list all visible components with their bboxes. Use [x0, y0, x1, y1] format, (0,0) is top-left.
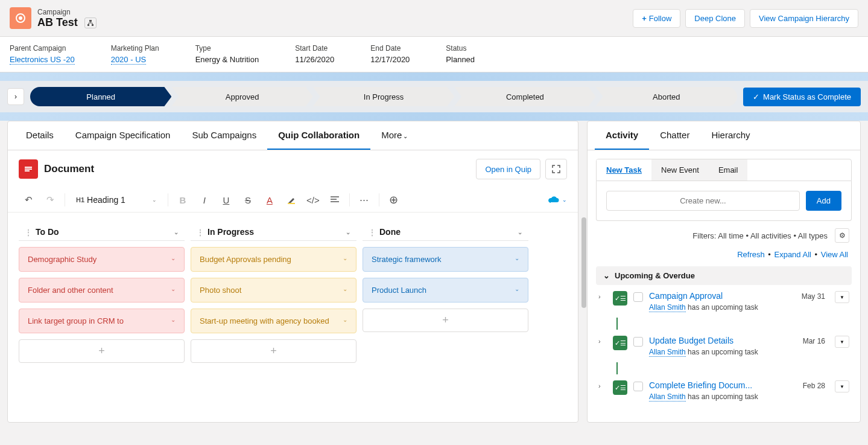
add-card-button[interactable]: + — [19, 339, 185, 363]
strikethrough-button[interactable]: S — [238, 191, 258, 208]
add-button[interactable]: Add — [806, 191, 841, 211]
card-todo[interactable]: Link target group in CRM to⌄ — [19, 309, 185, 333]
col-done-title: Done — [379, 227, 401, 237]
expand-all-link[interactable]: Expand All — [774, 250, 811, 259]
task-link[interactable]: Campaign Approval — [649, 291, 723, 301]
insert-button[interactable]: ⊕ — [384, 191, 404, 208]
card-done[interactable]: Product Launch⌄ — [363, 278, 528, 303]
chevron-down-icon[interactable]: ⌄ — [343, 255, 347, 261]
chevron-down-icon[interactable]: ⌄ — [346, 229, 350, 235]
task-expand[interactable]: › — [598, 380, 607, 389]
chevron-down-icon[interactable]: ⌄ — [171, 255, 176, 261]
parent-campaign-link[interactable]: Electronics US -20 — [10, 55, 75, 65]
task-owner-link[interactable]: Allan Smith — [649, 392, 686, 402]
italic-button[interactable]: I — [195, 191, 214, 208]
add-card-button[interactable]: + — [191, 339, 356, 363]
tab-details[interactable]: Details — [15, 121, 65, 150]
bold-button[interactable]: B — [173, 191, 192, 208]
card-todo[interactable]: Folder and other content⌄ — [19, 278, 185, 303]
refresh-link[interactable]: Refresh — [737, 250, 765, 259]
task-menu-button[interactable]: ▼ — [835, 380, 849, 392]
view-all-link[interactable]: View All — [821, 250, 848, 259]
parent-campaign-label: Parent Campaign — [10, 44, 75, 53]
align-button[interactable] — [325, 191, 344, 208]
card-in-progress[interactable]: Budget Approvals pending⌄ — [191, 247, 356, 272]
undo-button[interactable]: ↶ — [19, 191, 38, 208]
side-tab-chatter[interactable]: Chatter — [649, 121, 700, 150]
marketing-plan-link[interactable]: 2020 - US — [111, 55, 147, 65]
tab-more[interactable]: More⌄ — [370, 121, 419, 150]
task-link[interactable]: Update Budget Details — [649, 336, 733, 345]
path-stage-approved[interactable]: Approved — [171, 87, 312, 106]
activity-tab-new-task[interactable]: New Task — [597, 159, 651, 181]
svg-rect-7 — [25, 170, 30, 171]
task-link[interactable]: Complete Briefing Docum... — [649, 380, 752, 390]
salesforce-cloud-menu[interactable]: ⌄ — [548, 196, 567, 204]
document-icon — [19, 159, 38, 179]
mark-complete-button[interactable]: ✓Mark Status as Complete — [743, 88, 861, 106]
view-hierarchy-button[interactable]: View Campaign Hierarchy — [750, 9, 858, 28]
heading-select[interactable]: H1 Heading 1 ⌄ — [70, 191, 163, 208]
path-stage-in-progress[interactable]: In Progress — [313, 87, 454, 106]
tab-sub-campaigns[interactable]: Sub Campaigns — [181, 121, 267, 150]
task-expand[interactable]: › — [598, 336, 607, 345]
more-formatting-button[interactable]: ⋯ — [355, 191, 374, 208]
chevron-down-icon[interactable]: ⌄ — [518, 229, 522, 235]
add-card-button[interactable]: + — [363, 309, 528, 332]
task-owner-link[interactable]: Allan Smith — [649, 348, 686, 357]
section-upcoming[interactable]: ⌄ Upcoming & Overdue — [596, 266, 852, 285]
gear-icon[interactable]: ⚙ — [835, 228, 849, 243]
chevron-down-icon[interactable]: ⌄ — [343, 286, 347, 292]
activity-tab-email[interactable]: Email — [709, 159, 748, 181]
svg-rect-6 — [25, 168, 32, 170]
end-date-label: End Date — [370, 44, 410, 53]
redo-button[interactable]: ↷ — [40, 191, 60, 208]
card-done[interactable]: Strategic framework⌄ — [363, 247, 528, 272]
task-checkbox[interactable] — [633, 337, 643, 347]
card-todo[interactable]: Demographic Study⌄ — [19, 247, 185, 272]
hierarchy-icon[interactable] — [84, 18, 97, 28]
side-tab-hierarchy[interactable]: Hierarchy — [700, 121, 761, 150]
task-menu-button[interactable]: ▼ — [835, 291, 849, 303]
path-stage-completed[interactable]: Completed — [454, 87, 595, 106]
col-inprogress-title: In Progress — [207, 227, 254, 237]
task-menu-button[interactable]: ▼ — [835, 336, 849, 348]
chevron-down-icon[interactable]: ⌄ — [343, 316, 347, 323]
chevron-down-icon[interactable]: ⌄ — [171, 286, 176, 292]
chevron-down-icon[interactable]: ⌄ — [174, 229, 179, 235]
tab-campaign-spec[interactable]: Campaign Specification — [65, 121, 182, 150]
status-value: Planned — [446, 55, 475, 64]
path-stage-aborted[interactable]: Aborted — [596, 87, 737, 106]
path-expand-button[interactable]: › — [7, 88, 24, 105]
card-in-progress[interactable]: Start-up meeting with agency booked⌄ — [191, 309, 356, 333]
open-in-quip-button[interactable]: Open in Quip — [476, 159, 540, 179]
task-expand[interactable]: › — [598, 291, 607, 300]
text-color-button[interactable]: A — [260, 191, 279, 208]
chevron-down-icon: ⌄ — [403, 133, 408, 139]
follow-button[interactable]: +Follow — [633, 9, 680, 28]
highlight-button[interactable] — [282, 191, 301, 208]
activity-tab-new-event[interactable]: New Event — [651, 159, 709, 181]
code-button[interactable]: </> — [303, 191, 323, 208]
col-todo-title: To Do — [36, 227, 59, 237]
chevron-down-icon[interactable]: ⌄ — [515, 286, 519, 292]
create-new-input[interactable] — [606, 191, 800, 211]
svg-rect-2 — [89, 20, 92, 22]
campaign-icon — [10, 7, 31, 29]
task-owner-link[interactable]: Allan Smith — [649, 303, 686, 312]
chevron-down-icon[interactable]: ⌄ — [515, 255, 519, 261]
path-stage-planned[interactable]: Planned — [30, 87, 171, 106]
start-date-value: 11/26/2020 — [295, 55, 334, 64]
task-checkbox[interactable] — [633, 292, 643, 302]
fullscreen-button[interactable] — [545, 159, 567, 179]
underline-button[interactable]: U — [217, 191, 236, 208]
sales-path: › Planned Approved In Progress Completed… — [0, 81, 868, 112]
task-date: Feb 28 — [803, 380, 825, 390]
card-in-progress[interactable]: Photo shoot⌄ — [191, 278, 356, 303]
deep-clone-button[interactable]: Deep Clone — [685, 9, 745, 28]
scrollbar-thumb[interactable] — [581, 217, 586, 308]
side-tab-activity[interactable]: Activity — [595, 121, 649, 150]
chevron-down-icon[interactable]: ⌄ — [171, 316, 176, 323]
task-checkbox[interactable] — [633, 382, 643, 391]
tab-quip-collaboration[interactable]: Quip Collaboration — [267, 121, 370, 150]
